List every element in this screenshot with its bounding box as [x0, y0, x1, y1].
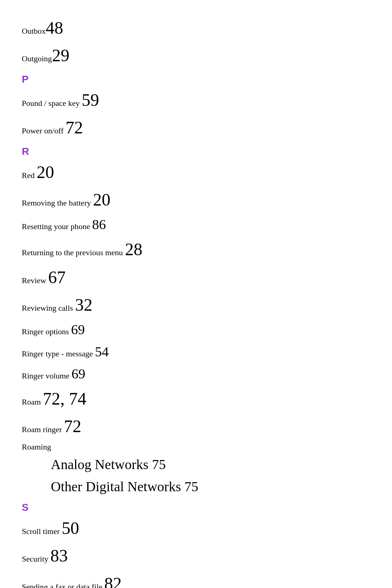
section-letter-s: S — [22, 502, 370, 513]
entry-text: Ringer volume — [22, 371, 72, 380]
entry-num: 75 — [152, 457, 166, 472]
entry-outbox: Outbox48 — [22, 15, 370, 41]
entry-num: 59 — [82, 90, 99, 109]
entry-text: Review — [22, 276, 48, 285]
entry-roam: Roam 72, 74 — [22, 385, 370, 412]
entry-resetting-phone: Resetting your phone 86 — [22, 214, 370, 235]
entry-num: 82 — [104, 574, 122, 588]
entry-num: 67 — [48, 268, 66, 287]
entry-review: Review 67 — [22, 264, 370, 291]
entry-text: Sending a fax or data file — [22, 582, 104, 588]
entry-text: Returning to the previous menu — [22, 248, 125, 257]
entry-num: 69 — [72, 366, 85, 381]
entry-other-digital-networks: Other Digital Networks 75 — [51, 476, 370, 497]
entry-red: Red 20 — [22, 159, 370, 186]
entry-outgoing: Outgoing29 — [22, 42, 370, 69]
entry-num: 83 — [50, 546, 68, 565]
entry-num: 29 — [52, 46, 69, 65]
entry-text: Ringer type - message — [22, 349, 95, 358]
entry-reviewing-calls: Reviewing calls 32 — [22, 291, 370, 318]
entry-text: Outgoing — [22, 54, 52, 63]
entry-returning-previous-menu: Returning to the previous menu 28 — [22, 236, 370, 263]
entry-analog-networks: Analog Networks 75 — [51, 454, 370, 475]
entry-num: 50 — [62, 518, 79, 538]
entry-removing-battery: Removing the battery 20 — [22, 186, 370, 213]
entry-text: Other Digital Networks — [51, 479, 184, 494]
section-letter-r: R — [22, 146, 370, 157]
entry-num: 32 — [75, 295, 93, 314]
entry-num: 86 — [92, 217, 106, 232]
entry-text: Removing the battery — [22, 198, 93, 207]
entry-text: Roam ringer — [22, 425, 64, 434]
entry-text: Roaming — [22, 442, 51, 451]
entry-num: 72 — [64, 417, 81, 436]
entry-scroll-timer: Scroll timer 50 — [22, 515, 370, 542]
entry-text: Outbox — [22, 26, 46, 36]
entry-text: Resetting your phone — [22, 222, 92, 231]
entry-ringer-type-message: Ringer type - message 54 — [22, 341, 370, 363]
entry-num: 75 — [184, 479, 198, 494]
entry-sending-fax-data-file: Sending a fax or data file 82 — [22, 570, 370, 588]
entry-text: Roam — [22, 397, 43, 406]
section-letter-p: P — [22, 74, 370, 85]
entry-num: 69 — [71, 322, 85, 337]
entry-num: 28 — [125, 240, 142, 259]
entry-pound-space-key: Pound / space key 59 — [22, 87, 370, 113]
entry-text: Power on/off — [22, 126, 66, 135]
entry-ringer-options: Ringer options 69 — [22, 319, 370, 340]
entry-text: Pound / space key — [22, 99, 82, 108]
entry-security: Security 83 — [22, 542, 370, 569]
entry-text: Security — [22, 554, 50, 563]
entry-text: Red — [22, 171, 37, 180]
entry-text: Analog Networks — [51, 457, 152, 472]
entry-num: 54 — [95, 344, 109, 359]
entry-text: Reviewing calls — [22, 303, 75, 312]
entry-text: Scroll timer — [22, 527, 62, 536]
entry-num: 48 — [46, 18, 63, 37]
entry-num: 72, 74 — [43, 389, 86, 408]
entry-num: 72 — [66, 118, 83, 137]
entry-roaming: Roaming — [22, 441, 370, 453]
entry-roam-ringer: Roam ringer 72 — [22, 413, 370, 440]
entry-text: Ringer options — [22, 327, 71, 336]
entry-power-onoff: Power on/off 72 — [22, 114, 370, 141]
entry-num: 20 — [93, 190, 110, 209]
entry-ringer-volume: Ringer volume 69 — [22, 363, 370, 385]
entry-num: 20 — [37, 162, 54, 182]
